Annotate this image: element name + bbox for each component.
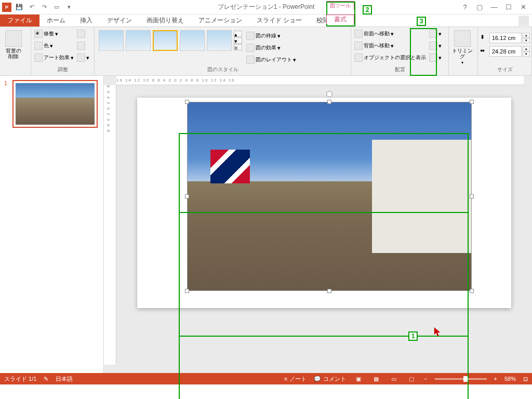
title-bar: P 💾 ↶ ↷ ▭ ▾ プレゼンテーション1 - PowerPoint 図ツール… xyxy=(0,0,532,15)
thumbnail-item[interactable]: 1 xyxy=(4,80,99,128)
redo-icon[interactable]: ↷ xyxy=(39,3,49,12)
qat-more-icon[interactable]: ▾ xyxy=(64,3,74,12)
color-button[interactable]: 色▾ xyxy=(33,40,75,51)
reset-picture-button[interactable]: ▾ xyxy=(76,52,90,63)
resize-handle[interactable] xyxy=(470,289,474,293)
picture-layout-button[interactable]: 図のレイアウト▾ xyxy=(245,54,297,65)
style-item[interactable] xyxy=(207,30,232,51)
style-item[interactable] xyxy=(180,30,205,51)
resize-handle[interactable] xyxy=(327,100,331,104)
zoom-slider[interactable] xyxy=(435,378,487,380)
resize-handle[interactable] xyxy=(185,100,189,104)
compress-button[interactable] xyxy=(76,28,90,39)
tab-design[interactable]: デザイン xyxy=(100,15,139,26)
picture-border-button[interactable]: 図の枠線▾ xyxy=(245,30,297,42)
rotate-handle[interactable] xyxy=(326,91,332,97)
context-tab-header: 図ツール xyxy=(326,1,354,14)
arrange-group-label: 配置 xyxy=(353,66,446,74)
ruler-horizontal: 16 14 12 10 8 6 4 2 0 2 4 6 8 10 12 14 1… xyxy=(116,76,524,85)
thumbnail-image xyxy=(16,83,95,125)
ribbon-options-icon[interactable]: ▢ xyxy=(473,2,486,12)
change-picture-button[interactable] xyxy=(76,40,90,51)
selection-icon xyxy=(354,54,363,62)
fit-window-icon[interactable]: ⊡ xyxy=(523,376,528,382)
height-field[interactable]: ⬍ 16.12 cm ▴▾ xyxy=(480,32,530,44)
canvas[interactable] xyxy=(116,85,532,373)
brightness-icon: ☀ xyxy=(34,30,43,38)
resize-handle[interactable] xyxy=(470,194,474,198)
corrections-button[interactable]: ☀修整▾ xyxy=(33,28,75,39)
remove-background-button[interactable]: 背景の 削除 xyxy=(2,28,25,59)
style-item[interactable] xyxy=(126,30,151,51)
tab-slideshow[interactable]: スライド ショー xyxy=(249,15,309,26)
slideshow-view-icon[interactable]: ▢ xyxy=(406,375,417,383)
tab-format[interactable]: 書式 xyxy=(326,15,354,24)
maximize-icon[interactable]: ☐ xyxy=(502,2,515,12)
slide[interactable] xyxy=(137,98,511,308)
reading-view-icon[interactable]: ▭ xyxy=(389,375,399,383)
resize-handle[interactable] xyxy=(470,100,474,104)
style-item-selected[interactable] xyxy=(153,30,178,51)
width-spinner[interactable]: ▴▾ xyxy=(523,46,530,57)
sorter-view-icon[interactable]: ▦ xyxy=(371,375,381,383)
selection-pane-button[interactable]: オブジェクトの選択と表示 xyxy=(353,52,427,63)
minimize-icon[interactable]: — xyxy=(487,2,501,12)
tab-home[interactable]: ホーム xyxy=(39,15,73,26)
rotate-button[interactable]: ▾ xyxy=(428,52,443,63)
ruler-vertical: 8 6 4 2 0 2 4 6 8 xyxy=(104,85,116,365)
border-icon xyxy=(246,32,255,40)
comments-button[interactable]: 💬 コメント xyxy=(314,375,346,383)
zoom-level[interactable]: 58% xyxy=(504,376,516,382)
height-spinner[interactable]: ▴▾ xyxy=(523,33,530,43)
tab-animations[interactable]: アニメーション xyxy=(191,15,249,26)
annotation-number-2: 2 xyxy=(363,5,372,15)
help-icon[interactable]: ? xyxy=(458,2,472,12)
group-picture-styles: ▴▾≡ 図の枠線▾ 図の効果▾ 図のレイアウト▾ 図のスタイル xyxy=(95,27,351,75)
width-field[interactable]: ⬌ 24.28 cm ▴▾ xyxy=(480,46,530,57)
send-backward-button[interactable]: 背面へ移動▾ xyxy=(353,40,427,51)
picture-effects-button[interactable]: 図の効果▾ xyxy=(245,42,297,54)
slide-thumbnails[interactable]: 1 xyxy=(0,76,104,373)
group-remove-bg: 背景の 削除 xyxy=(0,27,31,75)
styles-gallery[interactable]: ▴▾≡ xyxy=(97,28,244,53)
bring-forward-button[interactable]: 前面へ移動▾ xyxy=(353,28,427,39)
picture-selected[interactable] xyxy=(187,102,472,291)
ribbon-tabs: ファイル ホーム 挿入 デザイン 画面切り替え アニメーション スライド ショー… xyxy=(0,15,532,27)
zoom-out-button[interactable]: − xyxy=(424,376,427,382)
effects-icon xyxy=(246,44,255,52)
status-bar: スライド 1/1 ✎ 日本語 ≡ ノート 💬 コメント ▣ ▦ ▭ ▢ − + … xyxy=(0,373,532,384)
width-icon: ⬌ xyxy=(480,47,488,56)
resize-handle[interactable] xyxy=(327,289,331,293)
gallery-more[interactable]: ▴▾≡ xyxy=(234,31,242,50)
height-icon: ⬍ xyxy=(480,34,488,42)
resize-handle[interactable] xyxy=(185,194,189,198)
align-button[interactable]: ▾ xyxy=(428,28,443,39)
normal-view-icon[interactable]: ▣ xyxy=(353,375,364,383)
start-from-beginning-icon[interactable]: ▭ xyxy=(52,3,61,12)
thumbnail-selected[interactable] xyxy=(12,80,98,128)
close-icon[interactable]: ✕ xyxy=(516,2,530,12)
resize-handle[interactable] xyxy=(185,289,189,293)
group-crop: トリミング ▾ xyxy=(449,27,478,75)
style-item[interactable] xyxy=(99,30,124,51)
group-button[interactable]: ▾ xyxy=(428,40,443,51)
zoom-in-button[interactable]: + xyxy=(494,376,497,382)
window-title: プレゼンテーション1 - PowerPoint xyxy=(218,3,315,11)
tab-transitions[interactable]: 画面切り替え xyxy=(139,15,191,26)
backward-icon xyxy=(354,42,363,50)
language-indicator[interactable]: 日本語 xyxy=(56,375,73,383)
crop-button[interactable]: トリミング ▾ xyxy=(451,28,474,65)
cursor-arrow-icon xyxy=(433,326,443,338)
spellcheck-icon[interactable]: ✎ xyxy=(44,376,48,382)
user-avatar[interactable] xyxy=(518,16,529,26)
artistic-icon xyxy=(34,54,43,62)
slide-editor: 16 14 12 10 8 6 4 2 0 2 4 6 8 10 12 14 1… xyxy=(104,76,532,373)
undo-icon[interactable]: ↶ xyxy=(27,3,36,12)
tab-file[interactable]: ファイル xyxy=(0,15,39,26)
group-arrange: 前面へ移動▾ 背面へ移動▾ オブジェクトの選択と表示 ▾ ▾ ▾ 配置 xyxy=(351,27,449,75)
slide-indicator[interactable]: スライド 1/1 xyxy=(4,375,36,383)
tab-insert[interactable]: 挿入 xyxy=(73,15,100,26)
notes-button[interactable]: ≡ ノート xyxy=(284,375,307,383)
artistic-effects-button[interactable]: アート効果▾ xyxy=(33,52,75,63)
save-icon[interactable]: 💾 xyxy=(15,3,24,12)
